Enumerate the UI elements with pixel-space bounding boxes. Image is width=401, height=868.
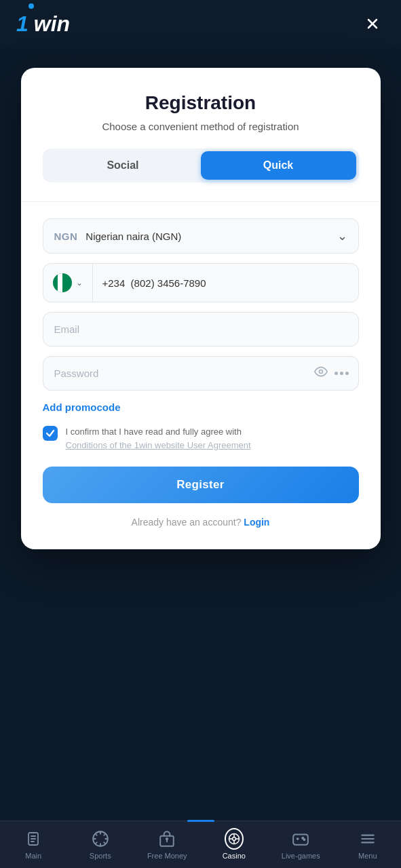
nav-label-main: Main — [25, 852, 41, 860]
svg-rect-17 — [293, 835, 308, 845]
main-icon — [24, 829, 43, 848]
eye-icon[interactable] — [314, 365, 328, 382]
modal-subtitle: Choose a convenient method of registrati… — [43, 121, 359, 132]
casino-icon — [225, 829, 244, 848]
currency-selector[interactable]: NGN Nigerian naira (NGN) ⌄ — [43, 218, 359, 254]
nav-label-free-money: Free Money — [147, 852, 187, 860]
nav-item-sports[interactable]: Sports — [67, 829, 134, 860]
terms-checkbox-row: I confirm that I have read and fully agr… — [43, 425, 359, 452]
add-promocode-button[interactable]: Add promocode — [43, 401, 121, 413]
country-flag-button[interactable]: ⌄ — [43, 264, 93, 302]
currency-name: Nigerian naira (NGN) — [85, 231, 337, 242]
login-row: Already have an account? Login — [43, 517, 359, 528]
menu-icon — [358, 829, 377, 848]
modal-title: Registration — [43, 92, 359, 114]
divider — [21, 201, 381, 202]
nav-label-live-games: Live-games — [282, 852, 320, 860]
email-input[interactable] — [43, 312, 359, 347]
nav-item-live-games[interactable]: Live-games — [267, 829, 335, 860]
nav-item-menu[interactable]: Menu — [335, 829, 402, 860]
live-games-icon — [291, 829, 310, 848]
phone-input[interactable] — [93, 268, 358, 298]
nigeria-flag-icon — [53, 273, 72, 292]
chevron-down-icon: ⌄ — [337, 229, 347, 243]
bottom-nav: Main Sports Free Money — [0, 821, 401, 868]
terms-label: I confirm that I have read and fully agr… — [66, 425, 251, 452]
free-money-icon — [157, 829, 176, 848]
password-input[interactable] — [43, 357, 314, 390]
password-icons — [314, 365, 358, 382]
nav-label-casino: Casino — [223, 852, 246, 860]
flag-chevron-icon: ⌄ — [76, 278, 83, 288]
registration-modal: Registration Choose a convenient method … — [21, 68, 381, 549]
registration-tabs: Social Quick — [43, 149, 359, 182]
nav-item-main[interactable]: Main — [0, 829, 67, 860]
password-input-row — [43, 356, 359, 391]
svg-point-19 — [304, 839, 305, 840]
logo: 1win — [16, 13, 70, 35]
nav-label-menu: Menu — [358, 852, 377, 860]
nav-label-sports: Sports — [90, 852, 111, 860]
currency-code: NGN — [54, 231, 78, 242]
terms-checkbox[interactable] — [43, 426, 58, 441]
casino-icon-circle — [225, 828, 244, 850]
more-options-icon[interactable] — [335, 372, 349, 375]
login-link[interactable]: Login — [244, 517, 269, 528]
modal-container: Registration Choose a convenient method … — [0, 47, 401, 821]
nav-item-casino[interactable]: Casino — [201, 829, 268, 860]
svg-point-10 — [166, 838, 168, 840]
terms-link[interactable]: Conditions of the 1win website User Agre… — [66, 440, 251, 450]
nav-item-free-money[interactable]: Free Money — [134, 829, 201, 860]
already-account-text: Already have an account? — [132, 517, 242, 528]
logo-text: 1win — [16, 13, 70, 35]
header: 1win — [0, 0, 401, 47]
svg-point-2 — [319, 370, 322, 374]
tab-quick[interactable]: Quick — [201, 151, 356, 180]
sports-icon — [91, 829, 110, 848]
close-button[interactable] — [360, 12, 385, 36]
casino-active-indicator — [187, 820, 214, 822]
tab-social[interactable]: Social — [45, 151, 201, 180]
phone-input-row: ⌄ — [43, 263, 359, 302]
register-button[interactable]: Register — [43, 467, 359, 503]
